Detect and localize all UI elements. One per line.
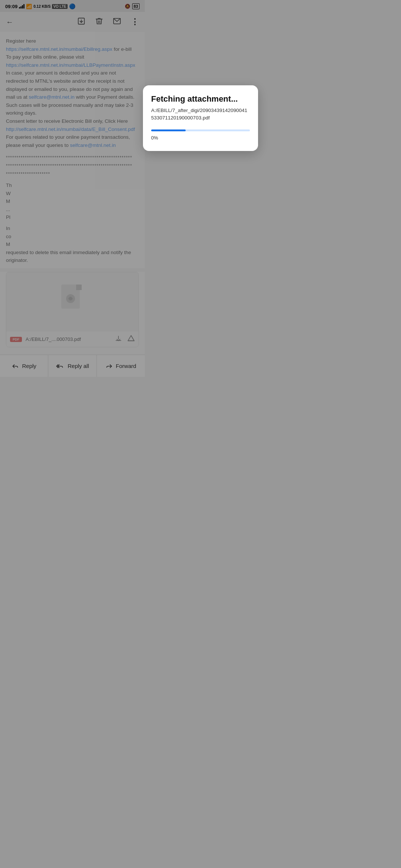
dialog-overlay: Fetching attachment... A:/EBILL/7_after_… — [0, 0, 145, 377]
fetching-dialog: Fetching attachment... A:/EBILL/7_after_… — [143, 85, 145, 151]
